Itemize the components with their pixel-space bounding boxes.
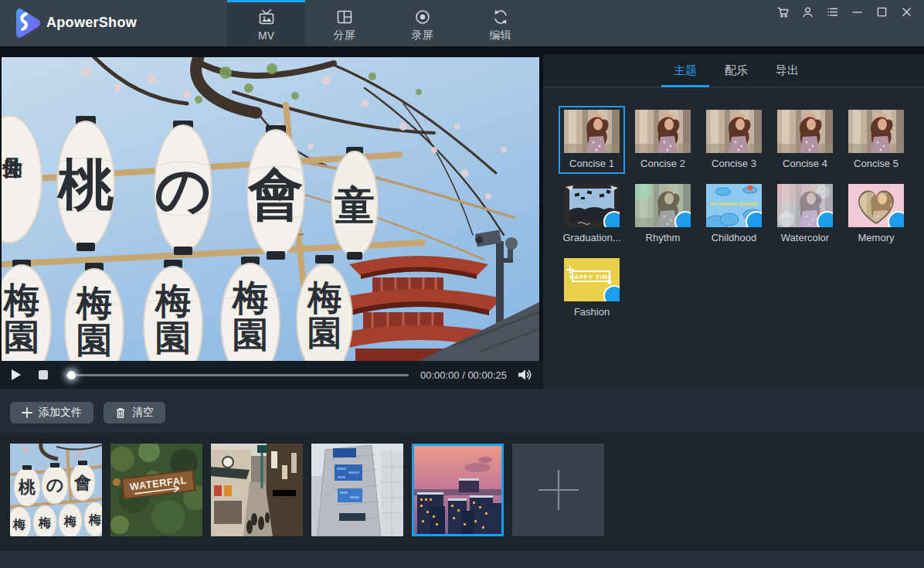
svg-text:梅: 梅 <box>154 281 191 321</box>
lantern-char: の <box>155 159 212 221</box>
svg-text:會: 會 <box>73 473 92 492</box>
panel-tabs: 主题 配乐 导出 <box>543 54 924 87</box>
seek-track[interactable] <box>66 374 409 376</box>
tab-edit-label: 编辑 <box>490 29 511 43</box>
svg-text:梅: 梅 <box>231 278 268 318</box>
convert-icon <box>491 8 510 26</box>
svg-text:梅: 梅 <box>2 281 39 320</box>
svg-text:園: 園 <box>233 315 268 355</box>
theme-item-graduation[interactable]: Graduation... <box>559 180 625 248</box>
seek-handle[interactable] <box>67 371 76 379</box>
download-badge[interactable] <box>817 211 833 227</box>
tab-theme[interactable]: 主题 <box>660 54 711 87</box>
close-icon[interactable] <box>900 5 913 19</box>
title-bar: ApowerShow MV 分屏 录屏 <box>0 0 924 46</box>
menu-icon[interactable] <box>826 5 839 19</box>
time-display: 00:00:00 / 00:00:25 <box>420 369 507 381</box>
theme-item-concise-1[interactable]: Concise 1 <box>559 106 625 174</box>
download-badge[interactable] <box>746 211 762 227</box>
app-title: ApowerShow <box>46 0 137 46</box>
download-badge[interactable] <box>603 285 620 301</box>
add-files-button[interactable]: 添加文件 <box>10 402 93 423</box>
theme-item-watercolor[interactable]: Watercolor <box>772 180 838 248</box>
theme-item-concise-4[interactable]: Concise 4 <box>772 106 838 174</box>
svg-text:園: 園 <box>155 318 191 358</box>
player-bar: 00:00:00 / 00:00:25 <box>0 361 543 389</box>
theme-item-concise-2[interactable]: Concise 2 <box>630 106 696 174</box>
tab-mv-label: MV <box>258 29 274 42</box>
svg-text:の: の <box>46 475 64 495</box>
cart-icon[interactable] <box>776 5 790 19</box>
tab-mv[interactable]: MV <box>227 0 305 46</box>
download-badge[interactable] <box>603 211 620 227</box>
split-screen-icon <box>335 8 354 26</box>
stop-button[interactable] <box>38 369 49 380</box>
clip-tile-lanterns[interactable]: 桃 の 會 梅 梅 梅 梅 <box>10 444 102 536</box>
record-icon <box>413 8 432 26</box>
svg-text:梅: 梅 <box>75 284 112 323</box>
svg-text:梅: 梅 <box>38 516 51 529</box>
svg-text:園: 園 <box>4 318 39 357</box>
theme-item-concise-5[interactable]: Concise 5 <box>843 106 909 174</box>
svg-text:梅: 梅 <box>88 513 101 526</box>
svg-text:園: 園 <box>307 315 341 352</box>
account-icon[interactable] <box>801 5 814 19</box>
theme-item-fashion[interactable]: Fashion <box>559 254 625 322</box>
app-logo <box>10 8 41 39</box>
lantern-scene: 仲見世 桃 の <box>2 57 539 361</box>
theme-item-concise-3[interactable]: Concise 3 <box>701 106 767 174</box>
lantern-char: 桃 <box>56 155 114 216</box>
seek-slider[interactable] <box>66 370 409 379</box>
play-button[interactable] <box>11 369 22 381</box>
lantern-char: 童 <box>335 184 375 228</box>
clip-tile-city-building[interactable] <box>311 444 403 536</box>
clip-tile-street[interactable] <box>211 444 303 536</box>
clip-tile-waterfall[interactable]: WATERFAL <box>110 444 202 536</box>
theme-item-rhythm[interactable]: Rhythm <box>630 180 696 248</box>
tab-split-screen[interactable]: 分屏 <box>305 0 383 46</box>
plus-icon <box>538 470 579 510</box>
tab-export[interactable]: 导出 <box>762 54 813 87</box>
status-bar <box>0 549 924 568</box>
theme-panel: 主题 配乐 导出 Concise 1 Concise 2 Concise 3 C… <box>543 54 924 389</box>
tab-screen-record[interactable]: 录屏 <box>383 0 461 46</box>
add-clip-tile[interactable] <box>512 444 604 536</box>
tab-record-label: 录屏 <box>412 29 433 43</box>
tv-icon <box>257 9 276 27</box>
theme-item-memory[interactable]: Memory <box>843 180 909 248</box>
svg-text:桃: 桃 <box>18 478 36 497</box>
lantern-char: 會 <box>247 164 304 226</box>
trash-icon <box>115 407 126 419</box>
video-preview: 仲見世 桃 の <box>2 57 539 361</box>
clip-tile-city-dusk[interactable] <box>412 444 504 536</box>
tab-split-label: 分屏 <box>334 29 355 43</box>
file-toolbar: 添加文件 清空 <box>0 389 924 433</box>
download-badge[interactable] <box>888 211 904 227</box>
theme-item-childhood[interactable]: Childhood <box>701 180 767 248</box>
clear-button[interactable]: 清空 <box>104 402 165 423</box>
preview-area: 仲見世 桃 の <box>0 46 543 389</box>
plus-icon <box>22 407 32 418</box>
maximize-icon[interactable] <box>875 5 888 19</box>
tab-edit[interactable]: 编辑 <box>461 0 539 46</box>
tab-music[interactable]: 配乐 <box>711 54 762 87</box>
svg-text:梅: 梅 <box>12 518 25 531</box>
clip-timeline: 桃 の 會 梅 梅 梅 梅 <box>0 433 924 549</box>
system-icons <box>776 2 913 22</box>
main-nav-tabs: MV 分屏 录屏 编辑 <box>227 0 539 46</box>
volume-icon[interactable] <box>517 368 532 382</box>
svg-text:梅: 梅 <box>306 279 341 317</box>
minimize-icon[interactable] <box>851 5 864 19</box>
theme-grid: Concise 1 Concise 2 Concise 3 Concise 4 … <box>543 87 924 328</box>
download-badge[interactable] <box>674 211 691 227</box>
svg-text:梅: 梅 <box>63 515 76 528</box>
svg-text:園: 園 <box>76 321 112 360</box>
